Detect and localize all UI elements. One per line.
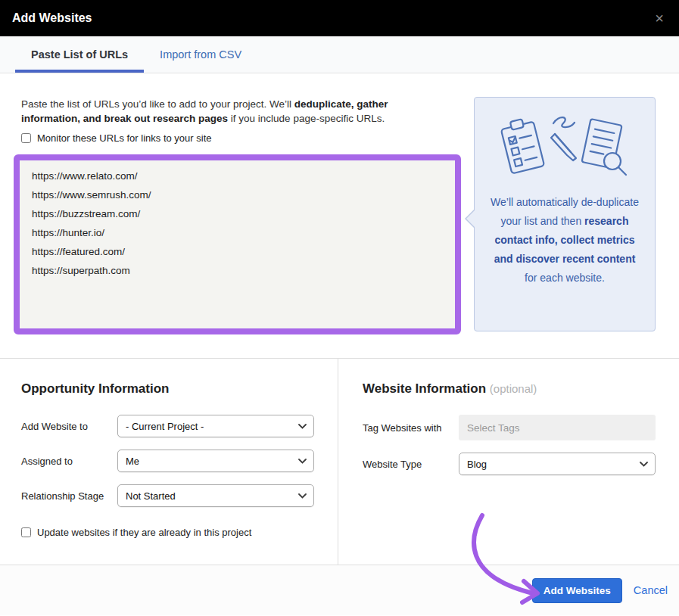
assigned-to-label: Assigned to [21,456,117,467]
optional-suffix: (optional) [490,382,537,395]
modal-title: Add Websites [12,11,92,25]
monitor-checkbox[interactable] [21,133,31,143]
tag-websites-label: Tag Websites with [363,422,459,434]
relationship-stage-select[interactable]: Not Started [117,484,314,507]
info-callout: We’ll automatically de-duplicate your li… [474,97,656,331]
website-type-value: Blog [467,459,487,470]
add-websites-modal: { "modal": { "title": "Add Websites", "c… [0,0,679,616]
relationship-stage-value: Not Started [126,490,176,502]
modal-footer: Add Websites Cancel [0,565,679,615]
lower-columns: Opportunity Information Add Website to -… [0,359,679,565]
add-website-to-value: - Current Project - [126,421,204,432]
url-textarea[interactable]: https://www.relato.com/ https://www.semr… [20,160,455,328]
intro-text: Paste the list of URLs you’d like to add… [21,97,430,126]
intro-text-tail: if you include page-specific URLs. [228,113,385,124]
update-websites-label: Update websites if they are already in t… [37,527,251,538]
opportunity-information-panel: Opportunity Information Add Website to -… [0,359,338,565]
intro-text-normal: Paste the list of URLs you’d like to add… [21,98,294,110]
relationship-stage-label: Relationship Stage [21,490,117,502]
relationship-stage-row: Relationship Stage Not Started [21,484,316,507]
add-websites-button[interactable]: Add Websites [532,578,622,603]
chevron-down-icon [298,459,307,464]
monitor-checkbox-row: Monitor these URLs for links to your sit… [21,132,211,144]
website-type-label: Website Type [363,459,459,470]
website-type-row: Website Type Blog [363,453,656,475]
assigned-to-value: Me [126,456,139,467]
website-information-heading-text: Website Information [363,381,486,396]
tab-import-from-csv[interactable]: Import from CSV [144,36,257,73]
chevron-down-icon [298,493,307,499]
add-website-to-label: Add Website to [21,421,117,432]
add-website-to-select[interactable]: - Current Project - [117,415,314,437]
website-type-select[interactable]: Blog [459,453,656,475]
tag-websites-row: Tag Websites with [363,415,656,440]
assigned-to-select[interactable]: Me [117,450,314,472]
cancel-link[interactable]: Cancel [634,584,668,596]
opportunity-information-heading: Opportunity Information [21,381,316,397]
callout-text-normal-2: for each website. [525,272,605,284]
assigned-to-row: Assigned to Me [21,450,316,472]
update-websites-row: Update websites if they are already in t… [21,527,316,538]
documents-pen-magnifier-doodle-icon [494,110,635,188]
add-website-to-row: Add Website to - Current Project - [21,415,316,437]
update-websites-checkbox[interactable] [21,527,31,537]
tab-paste-list-of-urls[interactable]: Paste List of URLs [15,36,144,73]
close-icon[interactable]: × [652,9,667,27]
monitor-checkbox-label: Monitor these URLs for links to your sit… [37,132,211,144]
modal-header: Add Websites × [0,0,679,36]
chevron-down-icon [298,424,307,429]
tag-websites-input[interactable] [459,415,656,440]
website-information-heading: Website Information (optional) [363,381,656,397]
website-information-panel: Website Information (optional) Tag Websi… [338,359,679,565]
callout-text: We’ll automatically de-duplicate your li… [475,193,655,288]
chevron-down-icon [640,462,648,467]
url-textarea-highlight: https://www.relato.com/ https://www.semr… [14,154,461,334]
tab-bar: Paste List of URLs Import from CSV [0,36,679,73]
paste-section: Paste the list of URLs you’d like to add… [0,73,679,359]
